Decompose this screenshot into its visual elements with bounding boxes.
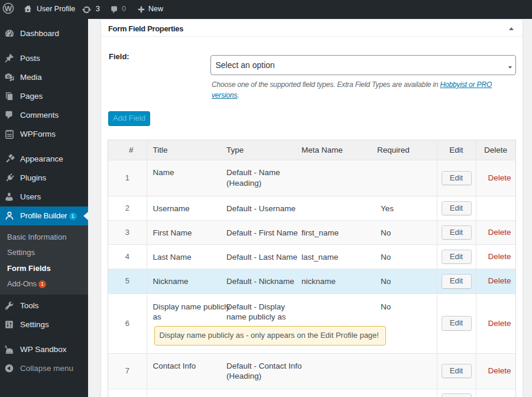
svg-text:W: W [5, 4, 12, 12]
